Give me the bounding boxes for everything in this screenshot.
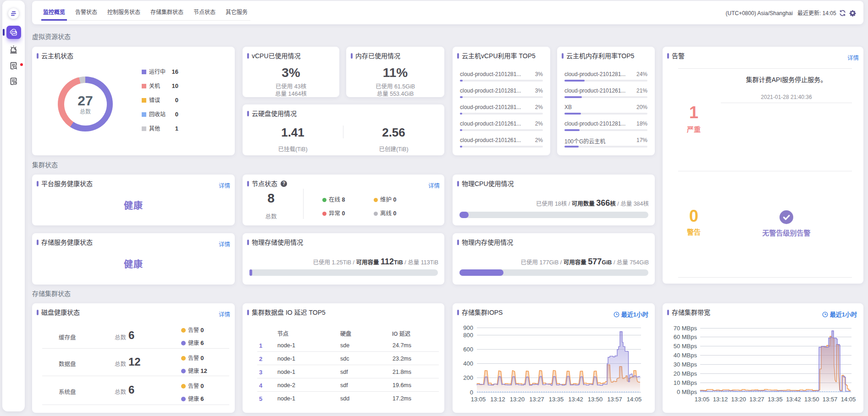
svg-text:13:27: 13:27 [529,396,544,403]
svg-text:400: 400 [463,360,473,367]
svg-text:20 MBps: 20 MBps [674,370,697,377]
svg-text:70 MBps: 70 MBps [674,325,697,332]
svg-text:13:35: 13:35 [768,396,783,403]
svg-text:0 MBps: 0 MBps [677,389,697,395]
svg-text:14:05: 14:05 [627,396,642,403]
svg-text:10 MBps: 10 MBps [674,379,697,386]
svg-text:13:42: 13:42 [568,396,583,403]
svg-text:14:05: 14:05 [841,396,856,403]
svg-text:30 MBps: 30 MBps [674,361,697,368]
svg-text:13:20: 13:20 [731,396,746,403]
svg-text:50 MBps: 50 MBps [674,343,697,350]
svg-text:800: 800 [463,332,473,339]
svg-text:13:50: 13:50 [804,396,819,403]
svg-text:13:05: 13:05 [471,396,486,403]
svg-text:13:27: 13:27 [749,396,764,403]
svg-text:600: 600 [463,346,473,353]
svg-text:13:12: 13:12 [490,396,505,403]
svg-text:13:42: 13:42 [786,396,801,403]
svg-text:13:57: 13:57 [607,396,622,403]
svg-text:200: 200 [463,374,473,381]
svg-text:13:12: 13:12 [713,396,728,403]
svg-text:13:35: 13:35 [549,396,564,403]
svg-text:0: 0 [470,389,473,396]
svg-text:13:50: 13:50 [588,396,603,403]
svg-text:13:57: 13:57 [823,396,838,403]
svg-text:900: 900 [463,324,473,331]
svg-text:40 MBps: 40 MBps [674,352,697,359]
svg-text:13:05: 13:05 [695,396,710,403]
svg-text:13:20: 13:20 [510,396,525,403]
svg-text:60 MBps: 60 MBps [674,334,697,340]
